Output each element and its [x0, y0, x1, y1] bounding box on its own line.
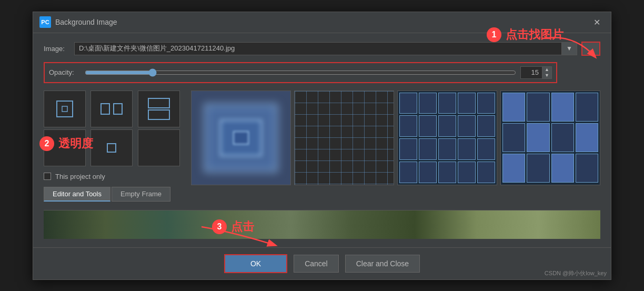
ok-button[interactable]: OK	[224, 254, 287, 273]
svg-rect-0	[57, 101, 73, 117]
pattern-cell-5[interactable]	[90, 129, 133, 166]
preview-grid[interactable]	[294, 91, 394, 185]
image-row: Image: ▼ ...	[44, 42, 600, 56]
close-button[interactable]: ✕	[589, 16, 605, 28]
svg-rect-5	[148, 110, 169, 119]
svg-rect-3	[114, 104, 122, 114]
opacity-label: Opacity:	[49, 68, 80, 76]
opacity-slider[interactable]	[85, 68, 516, 77]
dialog-title: Background Image	[55, 18, 117, 26]
title-bar: PC Background Image ✕	[33, 12, 611, 33]
tab-buttons: Editor and Tools Empty Frame	[44, 187, 183, 202]
image-label: Image:	[44, 45, 70, 53]
opacity-value-input[interactable]	[521, 67, 542, 77]
opacity-value-container: ▲ ▼	[520, 66, 552, 79]
pattern-cell-2[interactable]	[90, 91, 133, 127]
dropdown-button[interactable]: ▼	[561, 43, 577, 55]
tab-editor-tools[interactable]: Editor and Tools	[44, 187, 110, 202]
image-strip	[44, 210, 600, 239]
image-path-container: ▼	[74, 42, 577, 55]
cancel-button[interactable]: Cancel	[294, 255, 339, 273]
pattern-cell-6[interactable]	[138, 129, 180, 166]
checkbox-row: This project only	[44, 173, 183, 180]
browse-button[interactable]: ...	[581, 42, 600, 56]
svg-rect-2	[101, 104, 109, 114]
project-only-checkbox[interactable]	[44, 173, 51, 180]
pattern-cell-1[interactable]	[44, 91, 86, 127]
spin-buttons: ▲ ▼	[542, 67, 551, 78]
left-panel: This project only Editor and Tools Empty…	[44, 91, 191, 206]
spin-up-button[interactable]: ▲	[542, 67, 551, 73]
opacity-row: Opacity: ▲ ▼	[44, 62, 557, 83]
preview-blur[interactable]	[191, 91, 291, 185]
svg-rect-1	[62, 106, 67, 112]
svg-rect-6	[107, 144, 116, 152]
pattern-grid	[44, 91, 183, 166]
preview-tiles[interactable]	[397, 91, 497, 185]
image-path-input[interactable]	[75, 43, 561, 55]
spin-down-button[interactable]: ▼	[542, 73, 551, 78]
svg-rect-4	[148, 98, 169, 108]
content-area: This project only Editor and Tools Empty…	[44, 91, 600, 206]
right-panel	[191, 91, 600, 206]
clear-close-button[interactable]: Clear and Close	[345, 255, 420, 273]
pattern-cell-3[interactable]	[138, 91, 180, 127]
app-icon: PC	[39, 16, 51, 28]
checkbox-label: This project only	[55, 173, 105, 180]
pattern-cell-4[interactable]	[44, 129, 86, 166]
preview-split-tiles[interactable]	[500, 91, 600, 185]
tab-empty-frame[interactable]: Empty Frame	[112, 187, 170, 202]
watermark: CSDN @帅小伙low_key	[545, 269, 607, 277]
button-row: OK Cancel Clear and Close	[33, 247, 611, 279]
